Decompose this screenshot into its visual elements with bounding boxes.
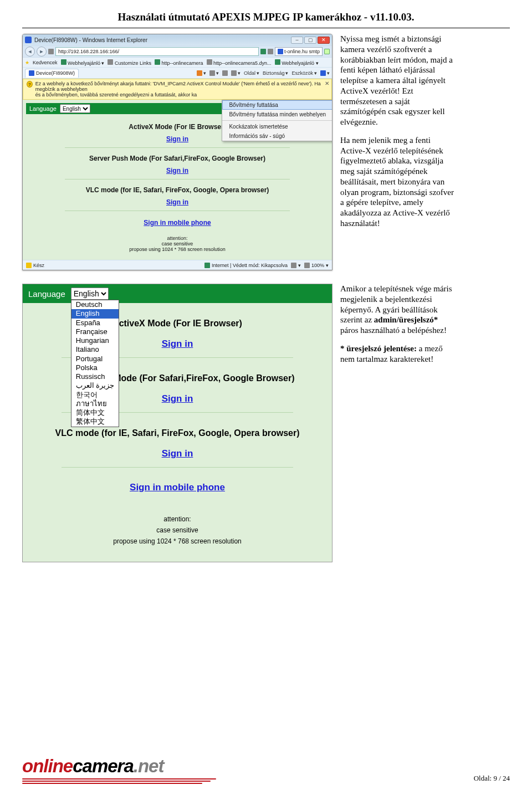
- page-title: Használati útmutató APEXIS MJPEG IP kame…: [22, 11, 510, 23]
- zone-text: Internet | Védett mód: Kikapcsolva: [212, 263, 288, 268]
- lang-opt-zhtw[interactable]: 繁体中文: [71, 417, 119, 426]
- language-label-2: Language: [28, 289, 65, 299]
- search-go-icon[interactable]: [324, 49, 330, 54]
- tools-menu[interactable]: Eszközök ▾: [291, 70, 317, 76]
- infobar-text: Ez a webhely a következő bővítményt akar…: [35, 81, 328, 98]
- header-divider: [22, 28, 510, 28]
- refresh-icon[interactable]: [260, 49, 266, 54]
- lang-opt-english[interactable]: English: [71, 309, 119, 318]
- mail-button[interactable]: [222, 70, 228, 76]
- shield-icon: [291, 263, 296, 268]
- logo-swoosh-icon: [22, 778, 216, 784]
- back-button[interactable]: ◄: [25, 47, 35, 57]
- lang-opt-deutsch[interactable]: Deutsch: [71, 300, 119, 309]
- activex-infobar[interactable]: ? Ez a webhely a következő bővítményt ak…: [23, 79, 332, 100]
- infobar-context-menu: Bővítmény futtatása Bővítmény futtatása …: [222, 100, 332, 141]
- mode2-vlc-heading: VLC mode (for IE, Safari, FireFox, Googl…: [39, 428, 315, 438]
- menu-whats-risk[interactable]: Kockázatok ismertetése: [222, 122, 332, 131]
- lang-opt-hungarian[interactable]: Hungarian: [71, 336, 119, 345]
- protected-mode-dropdown[interactable]: ▾: [291, 263, 301, 268]
- zoom-icon: [304, 263, 310, 268]
- resolution2-note: propose using 1024 * 768 screen resoluti…: [39, 537, 315, 545]
- ie-favicon-icon: [25, 37, 32, 43]
- home-button[interactable]: ▾: [197, 70, 206, 76]
- search-box[interactable]: t-online.hu smtp: [275, 47, 323, 56]
- help-icon: [320, 70, 326, 76]
- window-maximize-button[interactable]: ▢: [304, 37, 316, 44]
- tab-favicon-icon: [29, 70, 34, 76]
- feeds-button[interactable]: ▾: [209, 70, 219, 76]
- para-2-1: Amikor a telepítésnek vége máris megjele…: [340, 284, 457, 336]
- signin-vlc-link[interactable]: Sign in: [166, 198, 188, 206]
- screenshot-ie-window: Device(FI8908W) - Windows Internet Explo…: [22, 34, 332, 270]
- stop-icon[interactable]: [268, 49, 273, 54]
- page-icon: [108, 59, 113, 65]
- favorites-star-icon[interactable]: ★: [25, 60, 29, 65]
- language-select[interactable]: English: [60, 104, 90, 113]
- signin2-activex-link[interactable]: Sign in: [162, 338, 193, 350]
- rss-icon: [209, 70, 215, 76]
- menu-run-addon[interactable]: Bővítmény futtatása: [222, 100, 332, 110]
- ie-titlebar: Device(FI8908W) - Windows Internet Explo…: [23, 34, 332, 45]
- language-label: Language: [29, 105, 57, 112]
- lang-opt-francaise[interactable]: Française: [71, 327, 119, 336]
- lang-opt-portugal[interactable]: Portugal: [71, 355, 119, 363]
- language-select-2[interactable]: English: [71, 288, 109, 300]
- url-input[interactable]: http://192.168.228.166:166/: [55, 47, 259, 56]
- signin2-push-link[interactable]: Sign in: [162, 393, 193, 404]
- page-number: Oldal: 9 / 24: [474, 774, 510, 783]
- lang-opt-arabic[interactable]: جزيرة العرب: [71, 381, 119, 390]
- window-minimize-button[interactable]: –: [291, 37, 303, 44]
- window-close-button[interactable]: ✕: [318, 37, 330, 44]
- zone-icon: [204, 263, 210, 268]
- signin2-mobile-link[interactable]: Sign in mobile phone: [130, 482, 225, 493]
- globe-icon: [61, 59, 66, 65]
- mail-icon: [222, 70, 228, 76]
- fav-item-4[interactable]: Webhelyajánló ▾: [275, 59, 319, 66]
- favorites-bar: ★ Kedvencek Webhelyajánló ▾ Customize Li…: [23, 58, 332, 68]
- fav-item-2[interactable]: http--onlinecamera: [155, 59, 203, 66]
- signin-push-link[interactable]: Sign in: [166, 167, 188, 175]
- mode-vlc-heading: VLC mode (for IE, Safari, FireFox, Googl…: [32, 186, 323, 194]
- print-button[interactable]: ▾: [231, 70, 241, 76]
- page-icon: [207, 59, 212, 65]
- fav-item-3[interactable]: http--onlinecamera5.dyn...: [207, 59, 272, 66]
- zoom-control[interactable]: 100% ▾: [304, 263, 329, 268]
- resolution-note: propose using 1024 * 768 screen resoluti…: [32, 247, 323, 252]
- menu-run-all-sites[interactable]: Bővítmény futtatása minden webhelyen: [222, 110, 332, 119]
- infobar-close-button[interactable]: ✕: [325, 80, 329, 86]
- logo-part-camera: camera: [73, 756, 134, 776]
- globe-icon: [275, 59, 280, 65]
- tab-device[interactable]: Device(FI8908W): [25, 69, 79, 78]
- menu-infobar-help[interactable]: Információs sáv - súgó: [222, 131, 332, 141]
- fav-item-1[interactable]: Customize Links: [108, 59, 151, 66]
- attention2-label: attention:: [39, 515, 315, 523]
- case-sensitive2-note: case sensitive: [39, 526, 315, 534]
- para-1-2: Ha nem jelenik meg a fenti Active-X vezé…: [340, 135, 457, 229]
- lang-opt-zhcn[interactable]: 简体中文: [71, 408, 119, 417]
- status-ready-text: Kész: [33, 263, 44, 268]
- lang-opt-espana[interactable]: España: [71, 319, 119, 327]
- forward-button[interactable]: ►: [37, 47, 47, 57]
- help-button[interactable]: ▾: [320, 70, 330, 76]
- lang-opt-thai[interactable]: ภาษาไทย: [71, 399, 119, 408]
- lang-opt-italiano[interactable]: Italiano: [71, 345, 119, 354]
- search-provider-icon: [278, 49, 283, 54]
- status-ready-icon: [26, 263, 32, 268]
- signin-mobile-link[interactable]: Sign in mobile phone: [144, 219, 211, 227]
- lang-opt-korean[interactable]: 한국어: [71, 391, 119, 399]
- side-text-2: Amikor a telepítésnek vége máris megjele…: [340, 284, 457, 562]
- attention-label: attention:: [32, 235, 323, 241]
- signin-activex-link[interactable]: Sign in: [166, 135, 188, 143]
- print-icon: [231, 70, 237, 76]
- lang-opt-polska[interactable]: Polska: [71, 363, 119, 372]
- logo-part-online: online: [22, 756, 73, 776]
- safety-menu[interactable]: Biztonság ▾: [263, 70, 289, 76]
- signin2-vlc-link[interactable]: Sign in: [162, 448, 193, 459]
- page-menu[interactable]: Oldal ▾: [244, 70, 259, 76]
- footer-logo: onlinecamera.net: [22, 756, 216, 784]
- globe-icon: [155, 59, 160, 65]
- search-hint: t-online.hu smtp: [284, 49, 320, 54]
- lang-opt-russisch[interactable]: Russisch: [71, 372, 119, 381]
- fav-item-0[interactable]: Webhelyajánló ▾: [61, 59, 105, 66]
